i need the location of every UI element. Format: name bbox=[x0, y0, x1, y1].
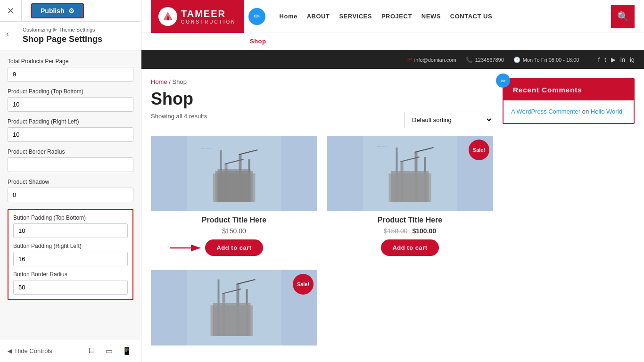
mobile-icon[interactable]: 📱 bbox=[120, 344, 133, 357]
sidebar-edit-circle[interactable]: ✏ bbox=[496, 74, 510, 88]
product-border-radius-input[interactable] bbox=[8, 157, 133, 172]
preview-area: TAMEER CONSTRUCTION ✏ Home ABOUT SERVICE… bbox=[141, 0, 644, 362]
logo-icon bbox=[158, 7, 177, 26]
linkedin-icon[interactable]: in bbox=[620, 56, 625, 63]
youtube-icon[interactable]: ▶ bbox=[611, 56, 616, 63]
twitter-icon[interactable]: t bbox=[604, 56, 606, 63]
hide-controls-button[interactable]: ◀ Hide Controls bbox=[8, 347, 52, 354]
sale-badge-2: Sale! bbox=[469, 140, 489, 160]
product-padding-tb-input[interactable] bbox=[8, 97, 133, 112]
regular-fields: Total Products Per Page Product Padding … bbox=[8, 58, 133, 202]
product-card-2: ~~ ~~ Sale! Product Title Here $150.00 $… bbox=[327, 136, 493, 261]
field-label: Total Products Per Page bbox=[8, 58, 133, 65]
hide-icon: ◀ bbox=[8, 347, 12, 354]
recent-comments-title: Recent Comments bbox=[504, 79, 634, 100]
product-info-1: Product Title Here $150.00 bbox=[151, 211, 317, 261]
nav-link-about[interactable]: ABOUT bbox=[307, 13, 330, 20]
field-product-border-radius: Product Border Radius bbox=[8, 148, 133, 172]
breadcrumb-customizing[interactable]: Customizing bbox=[23, 27, 51, 33]
gear-icon: ⚙ bbox=[68, 7, 74, 15]
nav-link-news[interactable]: NEWS bbox=[421, 13, 441, 20]
top-navigation: TAMEER CONSTRUCTION ✏ Home ABOUT SERVICE… bbox=[141, 0, 644, 33]
breadcrumb-arrow: ▶ bbox=[53, 26, 57, 33]
arrow-annotation: Add to cart bbox=[205, 239, 263, 256]
footer-icons: 🖥 ▭ 📱 bbox=[84, 344, 133, 357]
desktop-icon[interactable]: 🖥 bbox=[84, 344, 98, 357]
nav-link-contact[interactable]: CONTACT US bbox=[450, 13, 492, 20]
publish-button[interactable]: Publish ⚙ bbox=[31, 3, 84, 18]
field-label: Product Border Radius bbox=[8, 148, 133, 155]
svg-text:~~ ~: ~~ ~ bbox=[258, 142, 266, 146]
field-label: Product Padding (Right Left) bbox=[8, 118, 133, 125]
product-image-3: Sale! bbox=[151, 270, 317, 346]
field-total-products: Total Products Per Page bbox=[8, 58, 133, 82]
shop-sidebar: ✏ Recent Comments A WordPress Commenter … bbox=[503, 78, 635, 346]
sort-select[interactable]: Default sorting Sort by popularity Sort … bbox=[404, 112, 493, 128]
product-shadow-input[interactable] bbox=[8, 188, 133, 202]
add-to-cart-button-2[interactable]: Add to cart bbox=[381, 239, 438, 256]
add-to-cart-button-1[interactable]: Add to cart bbox=[205, 239, 263, 256]
email-text: info@domian.com bbox=[414, 57, 456, 63]
shop-title: Shop bbox=[151, 89, 493, 109]
logo-sub: CONSTRUCTION bbox=[181, 19, 236, 25]
field-label: Product Shadow bbox=[8, 179, 133, 185]
sale-badge-3: Sale! bbox=[293, 274, 314, 295]
hours-info: 🕐 Mon To Fri 08:00 - 18:00 bbox=[513, 57, 579, 63]
logo-text: TAMEER CONSTRUCTION bbox=[181, 8, 236, 25]
publish-label: Publish bbox=[41, 7, 65, 15]
breadcrumb-separator: / bbox=[169, 78, 172, 85]
svg-rect-32 bbox=[213, 303, 251, 336]
button-padding-rl-input[interactable] bbox=[13, 252, 128, 266]
product-card-1: ~~ ~~ ~~ ~ Product Title Here $150.00 bbox=[151, 136, 317, 261]
customizer-sidebar: ✕ Publish ⚙ Customizing ▶ Theme Settings… bbox=[0, 0, 141, 362]
product-card-3: Sale! bbox=[151, 270, 317, 346]
breadcrumb-theme-settings[interactable]: Theme Settings bbox=[59, 27, 95, 33]
phone-icon: 📞 bbox=[466, 57, 473, 63]
instagram-icon[interactable]: ig bbox=[630, 56, 635, 63]
close-button[interactable]: ✕ bbox=[0, 0, 22, 22]
website-preview: TAMEER CONSTRUCTION ✏ Home ABOUT SERVICE… bbox=[141, 0, 644, 362]
page-title: Shop Page Settings bbox=[23, 34, 133, 48]
nav-link-home[interactable]: Home bbox=[280, 13, 297, 20]
clock-icon: 🕐 bbox=[513, 57, 520, 63]
product-image-2: ~~ ~~ Sale! bbox=[327, 136, 493, 211]
nav-link-services[interactable]: SERVICES bbox=[339, 13, 372, 20]
product-padding-rl-input[interactable] bbox=[8, 127, 133, 142]
field-label: Button Padding (Top Bottom) bbox=[13, 214, 128, 221]
nav-link-project[interactable]: PROJECT bbox=[381, 13, 412, 20]
phone-info: 📞 1234567890 bbox=[466, 57, 504, 63]
logo-area: TAMEER CONSTRUCTION bbox=[151, 0, 244, 33]
product-price-1: $150.00 bbox=[151, 227, 317, 235]
field-product-padding-rl: Product Padding (Right Left) bbox=[8, 118, 133, 142]
search-button[interactable]: 🔍 bbox=[611, 5, 635, 28]
info-bar: ✉ info@domian.com 📞 1234567890 🕐 Mon To … bbox=[141, 50, 644, 69]
button-border-radius-input[interactable] bbox=[13, 280, 128, 295]
new-price-2: $100.00 bbox=[412, 227, 436, 235]
recent-comments-widget: Recent Comments A WordPress Commenter on… bbox=[503, 78, 635, 124]
comment-on-text: on bbox=[582, 108, 591, 115]
old-price-2: $150.00 bbox=[384, 227, 408, 235]
field-button-border-radius: Button Border Radius bbox=[13, 271, 128, 295]
svg-rect-22 bbox=[391, 171, 429, 202]
total-products-input[interactable] bbox=[8, 67, 133, 82]
breadcrumb-home-link[interactable]: Home bbox=[151, 78, 167, 85]
nav-link-shop[interactable]: Shop bbox=[250, 38, 266, 45]
hide-controls-label: Hide Controls bbox=[15, 347, 52, 354]
facebook-icon[interactable]: f bbox=[598, 56, 600, 63]
recent-comments-body: A WordPress Commenter on Hello World! bbox=[504, 100, 634, 123]
button-padding-tb-input[interactable] bbox=[13, 223, 128, 238]
comment-author-link[interactable]: A WordPress Commenter bbox=[511, 108, 580, 115]
tablet-icon[interactable]: ▭ bbox=[102, 344, 116, 357]
shop-breadcrumb: Home / Shop bbox=[151, 78, 493, 85]
comment-post-link[interactable]: Hello World! bbox=[591, 108, 624, 115]
product-price-2: $150.00 $100.00 bbox=[327, 227, 493, 235]
nav-edit-circle[interactable]: ✏ bbox=[248, 8, 265, 25]
sidebar-footer: ◀ Hide Controls 🖥 ▭ 📱 bbox=[0, 339, 141, 362]
back-button[interactable]: ‹ bbox=[0, 26, 15, 41]
products-grid: ~~ ~~ ~~ ~ Product Title Here $150.00 bbox=[151, 136, 493, 346]
showing-results: Showing all 4 results bbox=[151, 113, 207, 120]
hours-text: Mon To Fri 08:00 - 18:00 bbox=[523, 57, 579, 63]
nav-links: Home ABOUT SERVICES PROJECT NEWS CONTACT… bbox=[280, 13, 611, 20]
field-label: Button Border Radius bbox=[13, 271, 128, 278]
svg-text:~~ ~~: ~~ ~~ bbox=[377, 144, 387, 148]
